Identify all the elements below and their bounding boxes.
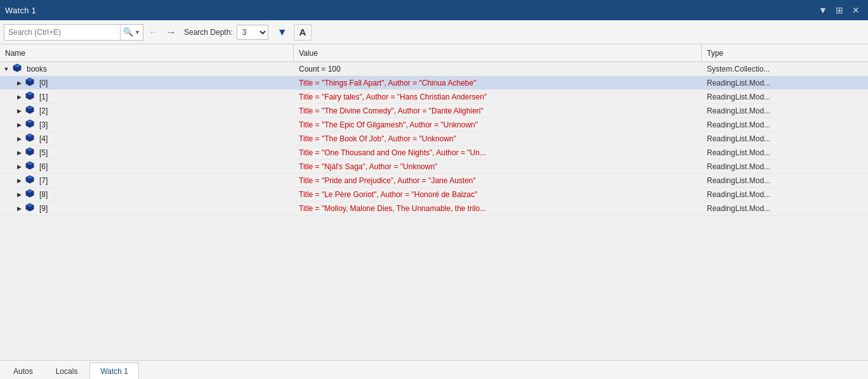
cube-icon <box>25 91 34 102</box>
name-text: [7] <box>39 176 48 185</box>
name-cell: ▼ books <box>0 62 294 75</box>
type-cell: ReadingList.Mod... <box>702 104 868 117</box>
name-cell: ▶ [2] <box>0 104 294 117</box>
cube-icon <box>25 175 34 186</box>
type-cell: ReadingList.Mod... <box>702 202 868 215</box>
search-box: 🔍 ▼ <box>4 24 143 41</box>
search-icons[interactable]: 🔍 ▼ <box>120 25 143 40</box>
value-cell: Title = "One Thousand and One Nights", A… <box>294 146 702 159</box>
expand-arrow-icon[interactable]: ▶ <box>15 191 23 198</box>
table-body: ▼ booksCount = 100System.Collectio...▶ [… <box>0 62 868 360</box>
name-cell: ▶ [7] <box>0 174 294 187</box>
search-input[interactable] <box>4 28 120 37</box>
type-cell: ReadingList.Mod... <box>702 132 868 145</box>
cube-icon <box>13 63 22 74</box>
value-cell: Title = "Things Fall Apart", Author = "C… <box>294 76 702 89</box>
cube-icon <box>25 161 34 172</box>
value-cell: Count = 100 <box>294 62 702 75</box>
table-row[interactable]: ▶ [4]Title = "The Book Of Job", Author =… <box>0 132 868 146</box>
header-value: Value <box>294 44 702 61</box>
table-header: Name Value Type <box>0 44 868 62</box>
name-cell: ▶ [8] <box>0 188 294 201</box>
cube-icon <box>25 105 34 116</box>
name-text: [6] <box>39 162 48 171</box>
header-type: Type <box>702 44 858 61</box>
cube-icon <box>25 189 34 200</box>
table-row[interactable]: ▶ [3]Title = "The Epic Of Gilgamesh", Au… <box>0 118 868 132</box>
watch-table: Name Value Type ▼ booksCount = 100System… <box>0 44 868 360</box>
dropdown-button[interactable]: ▼ <box>816 3 830 17</box>
value-cell: Title = "Njál's Saga", Author = "Unknown… <box>294 160 702 173</box>
expand-arrow-icon[interactable]: ▶ <box>15 205 23 212</box>
cube-icon <box>25 203 34 214</box>
expand-arrow-icon[interactable]: ▶ <box>15 121 23 129</box>
value-cell: Title = "Molloy, Malone Dies, The Unnama… <box>294 202 702 215</box>
expand-arrow-icon[interactable]: ▶ <box>15 177 23 184</box>
table-row[interactable]: ▶ [9]Title = "Molloy, Malone Dies, The U… <box>0 202 868 215</box>
name-cell: ▶ [6] <box>0 160 294 173</box>
type-cell: ReadingList.Mod... <box>702 146 868 159</box>
type-cell: ReadingList.Mod... <box>702 76 868 89</box>
tab-autos[interactable]: Autos <box>3 363 44 379</box>
filter-icon: ▼ <box>277 27 287 38</box>
name-cell: ▶ [5] <box>0 146 294 159</box>
search-dropdown-icon: ▼ <box>135 29 140 35</box>
expand-arrow-icon[interactable]: ▶ <box>15 135 23 143</box>
table-row[interactable]: ▶ [7]Title = "Pride and Prejudice", Auth… <box>0 174 868 188</box>
name-text: books <box>27 65 47 74</box>
type-cell: System.Collectio... <box>702 62 868 75</box>
header-name: Name <box>0 44 294 61</box>
name-text: [5] <box>39 148 48 157</box>
name-text: [2] <box>39 106 48 115</box>
type-cell: ReadingList.Mod... <box>702 118 868 131</box>
cube-icon <box>25 77 34 88</box>
name-text: [8] <box>39 190 48 199</box>
name-cell: ▶ [1] <box>0 90 294 103</box>
type-cell: ReadingList.Mod... <box>702 188 868 201</box>
expand-arrow-icon[interactable]: ▼ <box>3 65 10 73</box>
filter-button[interactable]: ▼ <box>273 25 291 39</box>
table-row[interactable]: ▼ booksCount = 100System.Collectio... <box>0 62 868 76</box>
value-cell: Title = "The Book Of Job", Author = "Unk… <box>294 132 702 145</box>
value-cell: Title = "Le Père Goriot", Author = "Hono… <box>294 188 702 201</box>
forward-button[interactable]: → <box>164 25 179 39</box>
name-text: [9] <box>39 204 48 213</box>
title-bar-buttons: ▼ ⊞ ✕ <box>816 3 863 17</box>
title-bar-title: Watch 1 <box>5 6 816 15</box>
tab-locals[interactable]: Locals <box>45 363 89 379</box>
back-button[interactable]: ← <box>146 25 161 39</box>
type-cell: ReadingList.Mod... <box>702 174 868 187</box>
toolbar: 🔍 ▼ ← → Search Depth: 1 2 3 4 5 ▼ A <box>0 20 868 44</box>
search-depth-select[interactable]: 1 2 3 4 5 <box>237 25 268 40</box>
table-row[interactable]: ▶ [6]Title = "Njál's Saga", Author = "Un… <box>0 160 868 174</box>
bottom-tabs: AutosLocalsWatch 1 <box>0 360 868 379</box>
tab-watch-1[interactable]: Watch 1 <box>89 363 139 379</box>
table-row[interactable]: ▶ [0]Title = "Things Fall Apart", Author… <box>0 76 868 90</box>
name-text: [4] <box>39 134 48 143</box>
type-cell: ReadingList.Mod... <box>702 90 868 103</box>
expand-arrow-icon[interactable]: ▶ <box>15 93 23 101</box>
search-icon: 🔍 <box>123 27 133 37</box>
cube-icon <box>25 147 34 158</box>
name-text: [3] <box>39 120 48 129</box>
table-row[interactable]: ▶ [2]Title = "The Divine Comedy", Author… <box>0 104 868 118</box>
expand-arrow-icon[interactable]: ▶ <box>15 163 23 170</box>
value-cell: Title = "The Divine Comedy", Author = "D… <box>294 104 702 117</box>
table-row[interactable]: ▶ [5]Title = "One Thousand and One Night… <box>0 146 868 160</box>
name-cell: ▶ [0] <box>0 76 294 89</box>
value-cell: Title = "The Epic Of Gilgamesh", Author … <box>294 118 702 131</box>
table-row[interactable]: ▶ [1]Title = "Fairy tales", Author = "Ha… <box>0 90 868 104</box>
name-cell: ▶ [3] <box>0 118 294 131</box>
expand-arrow-icon[interactable]: ▶ <box>15 107 23 115</box>
close-button[interactable]: ✕ <box>849 3 863 17</box>
expand-arrow-icon[interactable]: ▶ <box>15 149 23 157</box>
value-cell: Title = "Pride and Prejudice", Author = … <box>294 174 702 187</box>
expand-arrow-icon[interactable]: ▶ <box>15 79 23 87</box>
table-row[interactable]: ▶ [8]Title = "Le Père Goriot", Author = … <box>0 188 868 202</box>
font-button[interactable]: A <box>294 24 312 41</box>
name-text: [1] <box>39 93 48 101</box>
search-depth-label: Search Depth: <box>184 28 233 37</box>
name-cell: ▶ [4] <box>0 132 294 145</box>
title-bar: Watch 1 ▼ ⊞ ✕ <box>0 0 868 20</box>
pin-button[interactable]: ⊞ <box>832 3 846 17</box>
